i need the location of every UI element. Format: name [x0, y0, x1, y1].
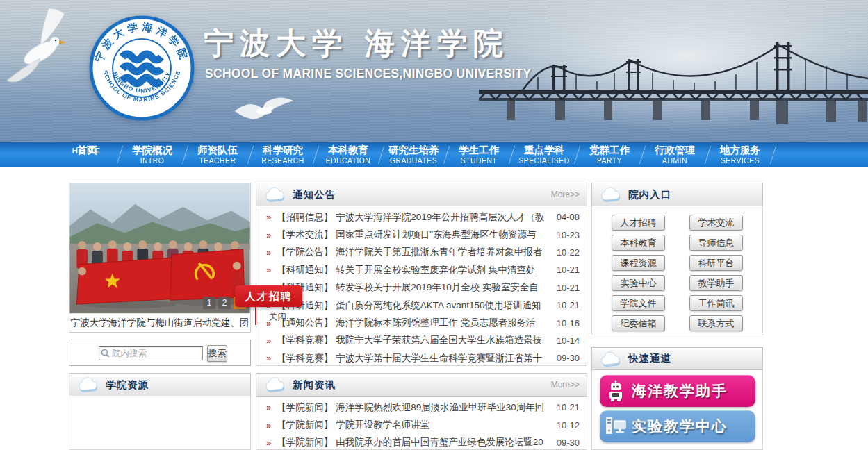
- carousel: 1 2 3 宁波大学海洋学院与梅山街道启动党建、团: [69, 183, 251, 333]
- notice-item[interactable]: 【通知公告】 海洋学院标本陈列馆整理工作 党员志愿者服务活 10-16: [266, 314, 580, 331]
- nav-item-specialised[interactable]: 重点学科 SPECIALISED: [514, 142, 574, 167]
- nav-item-research[interactable]: 科学研究 RESEARCH: [253, 142, 313, 167]
- notice-item[interactable]: 【科研通知】 转关于开展全校实验室废弃化学试剂 集中清查处 10-21: [266, 261, 580, 278]
- double-arrow-icon: [266, 230, 271, 240]
- main-nav: 首页 HOME 学院概况 INTRO 师资队伍 TEACHER 科学研究 RES…: [0, 142, 868, 167]
- notice-item[interactable]: 【科研通知】 转发学校关于开展2019年10月全校 实验室安全自 10-21: [266, 279, 580, 297]
- nav-item-student[interactable]: 学生工作 STUDENT: [449, 142, 509, 167]
- header-banner: 宁波大学海洋学院 SCHOOL OF MARINE SCIENCE NINGBO…: [0, 0, 868, 142]
- notice-item[interactable]: 【学院公告】 海洋学院关于第五批浙东青年学者培养对象申报者 10-22: [266, 244, 580, 261]
- notices-panel-title: 通知公告: [293, 188, 336, 201]
- double-arrow-icon: [266, 402, 271, 412]
- entrance-button-course[interactable]: 课程资源: [612, 255, 665, 271]
- entrance-button-tutor[interactable]: 导师信息: [689, 235, 743, 251]
- cloud-icon: [600, 351, 622, 367]
- notice-item[interactable]: 【学术交流】 国家重点研发计划项目"东海典型海区生物资源与 10-23: [266, 226, 580, 243]
- quick-panel-title: 快速通道: [628, 352, 671, 365]
- carousel-page-2[interactable]: 2: [218, 297, 231, 309]
- entrance-button-files[interactable]: 学院文件: [612, 295, 665, 311]
- double-arrow-icon: [266, 353, 271, 363]
- nav-item-teacher[interactable]: 师资队伍 TEACHER: [188, 142, 247, 167]
- entrance-button-briefing[interactable]: 工作简讯: [689, 295, 743, 311]
- notice-item[interactable]: 【学科竞赛】 我院宁大学子荣获第六届全国大学生水族箱造景技 10-14: [266, 332, 580, 349]
- notice-item[interactable]: 【招聘信息】 宁波大学海洋学院2019年公开招聘高层次人才（教 04-08: [266, 208, 580, 226]
- entrance-panel-body: 人才招聘 学术交流 本科教育 导师信息 课程资源 科研平台 实验中心 教学助手 …: [591, 206, 763, 335]
- entrance-button-contact[interactable]: 联系方式: [689, 315, 743, 331]
- search-button[interactable]: 搜索: [207, 345, 227, 362]
- seagull-icon: [0, 3, 83, 90]
- cloud-icon: [264, 187, 286, 202]
- notice-item[interactable]: 【学科竞赛】 宁波大学第十届大学生生命科学竞赛暨浙江省第十 09-30: [266, 349, 580, 366]
- nav-separator: [313, 142, 318, 167]
- news-item[interactable]: 【学院新闻】 学院开设教学名师讲堂 10-12: [266, 416, 580, 433]
- entrance-button-lab[interactable]: 实验中心: [612, 275, 665, 291]
- entrance-button-academic[interactable]: 学术交流: [689, 215, 743, 231]
- bridge-photo: [479, 38, 868, 142]
- double-arrow-icon: [266, 420, 271, 431]
- recruit-popup-badge[interactable]: 人才招聘: [235, 285, 302, 307]
- quick-button-teaching-assistant[interactable]: 海洋教学助手: [600, 375, 755, 407]
- quick-panel-header: 快速通道: [591, 347, 763, 370]
- search-panel: 搜索: [69, 340, 251, 366]
- nav-separator: [117, 142, 122, 167]
- notices-panel-body: 【招聘信息】 宁波大学海洋学院2019年公开招聘高层次人才（教 04-08 【学…: [256, 206, 587, 366]
- seagull-small-icon: [229, 90, 299, 125]
- notices-more-link[interactable]: More>>: [551, 190, 580, 199]
- nav-item-education[interactable]: 本科教育 EDUCATION: [318, 142, 378, 167]
- nav-item-admin[interactable]: 行政管理 ADMIN: [645, 142, 705, 167]
- cloud-icon: [600, 187, 622, 202]
- entrance-panel-title: 院内入口: [628, 188, 671, 201]
- nav-separator: [182, 142, 188, 167]
- entrance-button-mailbox[interactable]: 纪委信箱: [612, 315, 665, 331]
- carousel-slide[interactable]: 1 2 3: [69, 183, 250, 313]
- nav-separator: [247, 142, 253, 167]
- nav-item-intro[interactable]: 学院概况 INTRO: [122, 142, 182, 167]
- resources-panel-header: 学院资源: [69, 373, 251, 397]
- news-item[interactable]: 【学院新闻】 海洋学院热烈欢迎89届淡水渔业甲班毕业30周年回 10-21: [266, 399, 580, 416]
- search-input[interactable]: [99, 346, 203, 360]
- carousel-page-1[interactable]: 1: [203, 297, 215, 309]
- notice-item[interactable]: 【科研通知】 蛋白质分离纯化系统AKTA avant150使用培训通知 10-2…: [266, 297, 580, 314]
- news-panel-header: 新闻资讯 More>>: [256, 373, 587, 397]
- nav-item-party[interactable]: 党群工作 PARTY: [580, 142, 639, 167]
- news-item[interactable]: 【学院新闻】 由我院承办的首届中国青蟹产业绿色发展论坛暨20 09-30: [266, 434, 580, 450]
- news-panel-body: 【学院新闻】 海洋学院热烈欢迎89届淡水渔业甲班毕业30周年回 10-21 【学…: [256, 397, 587, 450]
- computer-icon: [600, 417, 632, 436]
- quick-button-lab-center[interactable]: 实验教学中心: [600, 410, 755, 442]
- notices-panel-header: 通知公告 More>>: [256, 183, 587, 206]
- nav-separator: [770, 142, 776, 167]
- double-arrow-icon: [266, 265, 271, 275]
- nav-item-services[interactable]: 地方服务 SERVICES: [710, 142, 770, 167]
- nav-separator: [574, 142, 580, 167]
- news-panel-title: 新闻资讯: [293, 378, 336, 392]
- entrance-button-undergrad[interactable]: 本科教育: [612, 235, 665, 251]
- quick-panel-body: 海洋教学助手 实验教学中心: [591, 370, 763, 450]
- robot-icon: [600, 380, 632, 402]
- nav-separator: [378, 142, 384, 167]
- site-title: 宁波大学 海洋学院: [204, 24, 509, 64]
- popup-close-link[interactable]: 关闭: [269, 311, 286, 323]
- double-arrow-icon: [266, 247, 271, 258]
- double-arrow-icon: [266, 212, 271, 222]
- double-arrow-icon: [266, 335, 271, 346]
- nav-item-graduates[interactable]: 研究生培养 GRADUATES: [384, 142, 443, 167]
- nav-separator: [509, 142, 514, 167]
- quick-button-label: 实验教学中心: [632, 417, 728, 436]
- nav-separator: [443, 142, 449, 167]
- nav-separator: [705, 142, 710, 167]
- cloud-icon: [264, 377, 286, 392]
- cloud-icon: [77, 377, 99, 392]
- carousel-caption[interactable]: 宁波大学海洋学院与梅山街道启动党建、团: [69, 313, 250, 332]
- entrance-button-recruit[interactable]: 人才招聘: [612, 215, 665, 231]
- school-logo[interactable]: 宁波大学海洋学院 SCHOOL OF MARINE SCIENCE NINGBO…: [89, 15, 195, 121]
- resources-panel-title: 学院资源: [106, 378, 149, 392]
- quick-button-label: 海洋教学助手: [632, 381, 728, 401]
- nav-separator: [639, 142, 645, 167]
- carousel-photo: [69, 183, 250, 313]
- site-subtitle: SCHOOL OF MARINE SCIENCES,NINGBO UNIVERS…: [205, 67, 532, 81]
- news-more-link[interactable]: More>>: [551, 380, 580, 390]
- entrance-button-assistant[interactable]: 教学助手: [689, 275, 743, 291]
- nav-item-home[interactable]: 首页 HOME: [57, 142, 117, 167]
- double-arrow-icon: [266, 438, 271, 448]
- entrance-button-platform[interactable]: 科研平台: [689, 255, 743, 271]
